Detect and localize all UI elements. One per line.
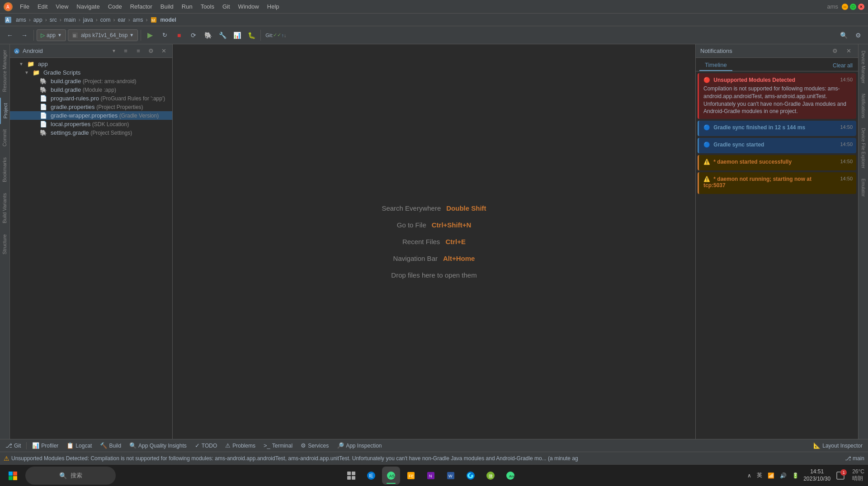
system-clock[interactable]: 14:51 2023/10/30 — [803, 468, 830, 482]
bottom-problems-btn[interactable]: ⚠ Problems — [222, 441, 259, 451]
tree-item-gradle-properties[interactable]: 📄 gradle.properties (Project Properties) — [10, 103, 172, 111]
tray-volume[interactable]: 🔊 — [778, 472, 788, 480]
taskbar-browser-btn[interactable]: IE — [362, 467, 380, 485]
device-manager-label[interactable]: Device Manager — [859, 46, 867, 88]
emulator-label[interactable]: Emulator — [859, 174, 867, 201]
stop-button[interactable]: ■ — [173, 29, 185, 42]
toolbar-forward[interactable]: → — [18, 29, 31, 42]
bottom-todo-btn[interactable]: ✓ TODO — [191, 441, 221, 451]
taskbar-edge-btn[interactable] — [462, 467, 480, 485]
tree-item-app[interactable]: ▼ 📁 app — [10, 60, 172, 68]
breadcrumb-ams2[interactable]: ams — [133, 17, 143, 23]
notif-gradle-sync-finished[interactable]: 14:50 🔵 Gradle sync finished in 12 s 144… — [698, 121, 856, 136]
tray-battery[interactable]: 🔋 — [790, 472, 801, 480]
menu-git[interactable]: Git — [219, 1, 234, 12]
menu-navigate[interactable]: Navigate — [73, 1, 103, 12]
tree-item-gradle-wrapper[interactable]: 📄 gradle-wrapper.properties (Gradle Vers… — [10, 111, 172, 120]
panel-collapse-btn[interactable]: ≡ — [133, 46, 143, 56]
tree-item-settings-gradle[interactable]: 🐘 settings.gradle (Project Settings) — [10, 128, 172, 137]
breadcrumb-main[interactable]: main — [64, 17, 76, 23]
menu-refactor[interactable]: Refactor — [127, 1, 156, 12]
minimize-button[interactable]: ─ — [842, 4, 848, 10]
taskbar-search-btn[interactable]: 🔍 搜索 — [25, 467, 116, 485]
menu-edit[interactable]: Edit — [34, 1, 51, 12]
resource-manager-label[interactable]: Resource Manager — [0, 44, 9, 98]
sync-button[interactable]: ⟳ — [187, 29, 200, 42]
taskbar-files-btn[interactable]: FE — [402, 467, 420, 485]
profile-button[interactable]: 📊 — [231, 29, 243, 42]
taskbar-androidstudio-btn[interactable]: AS — [382, 467, 400, 485]
build-config-dropdown[interactable]: ⊞ alps k71v1_64_bsp ▼ — [68, 29, 138, 41]
breadcrumb-src[interactable]: src — [50, 17, 57, 23]
gradle-button[interactable]: 🐘 — [202, 29, 214, 42]
notif-unsupported-modules[interactable]: 14:50 🔴 Unsupported Modules Detected Com… — [698, 73, 856, 119]
notif-daemon-started[interactable]: 14:50 ⚠️ * daemon started successfully — [698, 155, 856, 170]
project-label[interactable]: Project — [0, 98, 9, 124]
tray-show-hidden[interactable]: ∧ — [745, 472, 753, 480]
windows-start-btn[interactable] — [4, 467, 22, 485]
build-variants-label[interactable]: Build Variants — [0, 188, 9, 229]
tray-wifi[interactable]: 📶 — [766, 472, 776, 480]
breadcrumb-app[interactable]: app — [33, 17, 42, 23]
bottom-build-btn[interactable]: 🔨 Build — [96, 441, 125, 451]
panel-close-btn[interactable]: ✕ — [159, 46, 169, 56]
menu-tools[interactable]: Tools — [197, 1, 218, 12]
debug-button[interactable]: 🐛 — [245, 29, 258, 42]
breadcrumb-java[interactable]: java — [83, 17, 93, 23]
tree-item-build-gradle-project[interactable]: 🐘 build.gradle (Project: ams-android) — [10, 77, 172, 85]
breadcrumb-com[interactable]: com — [100, 17, 111, 23]
panel-scope-btn[interactable]: ≡ — [121, 46, 131, 56]
notif-daemon-not-running[interactable]: 14:50 ⚠️ * daemon not running; starting … — [698, 172, 856, 194]
taskbar-wechat-btn[interactable]: 微 — [481, 467, 500, 485]
menu-file[interactable]: File — [16, 1, 33, 12]
tree-item-proguard[interactable]: 📄 proguard-rules.pro (ProGuard Rules for… — [10, 94, 172, 103]
status-branch[interactable]: ⎇ main — [845, 455, 864, 462]
notif-close-btn[interactable]: ✕ — [844, 46, 854, 56]
breadcrumb-ams[interactable]: ams — [16, 17, 26, 23]
menu-run[interactable]: Run — [178, 1, 196, 12]
tree-item-gradle-scripts[interactable]: ▼ 📁 Gradle Scripts — [10, 68, 172, 77]
settings-button[interactable]: ⚙ — [852, 29, 864, 42]
taskbar-word-btn[interactable]: W — [442, 467, 460, 485]
bottom-logcat-btn[interactable]: 📋 Logcat — [63, 441, 95, 451]
menu-help[interactable]: Help — [264, 1, 283, 12]
bottom-profiler-btn[interactable]: 📊 Profiler — [28, 441, 62, 451]
notif-gradle-sync-started[interactable]: 14:50 🔵 Gradle sync started — [698, 138, 856, 153]
taskbar-android-btn[interactable]: And — [501, 467, 519, 485]
bottom-terminal-btn[interactable]: >_ Terminal — [260, 441, 296, 451]
close-button[interactable]: ✕ — [858, 4, 864, 10]
tab-timeline[interactable]: Timeline — [699, 60, 732, 71]
tree-item-build-gradle-module[interactable]: 🐘 build.gradle (Module :app) — [10, 85, 172, 94]
panel-settings-btn[interactable]: ⚙ — [146, 46, 156, 56]
bottom-git-btn[interactable]: ⎇ Git — [2, 441, 24, 451]
toolbar-back[interactable]: ← — [4, 29, 16, 42]
breadcrumb-ear[interactable]: ear — [118, 17, 125, 23]
tree-item-local-properties[interactable]: 📄 local.properties (SDK Location) — [10, 120, 172, 128]
notif-clear-all[interactable]: Clear all — [831, 61, 854, 71]
menu-window[interactable]: Window — [235, 1, 263, 12]
notification-center-btn[interactable]: 1 — [833, 468, 848, 483]
menu-code[interactable]: Code — [104, 1, 126, 12]
structure-label[interactable]: Structure — [0, 229, 9, 260]
notif-settings-btn[interactable]: ⚙ — [830, 46, 840, 56]
bottom-aqi-btn[interactable]: 🔍 App Quality Insights — [126, 441, 190, 451]
bottom-app-inspection-btn[interactable]: 🔎 App Inspection — [333, 441, 385, 451]
refresh-button[interactable]: ↻ — [158, 29, 171, 42]
bottom-services-btn[interactable]: ⚙ Services — [297, 441, 332, 451]
menu-view[interactable]: View — [52, 1, 72, 12]
search-everywhere-button[interactable]: 🔍 — [837, 29, 850, 42]
tray-keyboard[interactable]: 英 — [755, 471, 764, 480]
app-config-dropdown[interactable]: ▷ app ▼ — [37, 29, 66, 41]
run-button[interactable]: ▶ — [144, 29, 156, 42]
bookmarks-label[interactable]: Bookmarks — [0, 152, 9, 188]
maximize-button[interactable]: □ — [850, 4, 856, 10]
taskbar-onenote-btn[interactable]: N — [422, 467, 440, 485]
notifications-side-label[interactable]: Notifications — [859, 89, 867, 123]
run-tests-button[interactable]: 🔧 — [216, 29, 229, 42]
breadcrumb-model[interactable]: model — [160, 17, 176, 23]
git-commit-button[interactable]: Git: ✓ ✓ ↑ ↓ — [264, 29, 288, 42]
menu-build[interactable]: Build — [157, 1, 177, 12]
device-file-explorer-label[interactable]: Device File Explorer — [859, 123, 867, 173]
bottom-layout-inspector-btn[interactable]: 📐 Layout Inspector — [810, 441, 866, 451]
commit-label[interactable]: Commit — [0, 124, 9, 152]
